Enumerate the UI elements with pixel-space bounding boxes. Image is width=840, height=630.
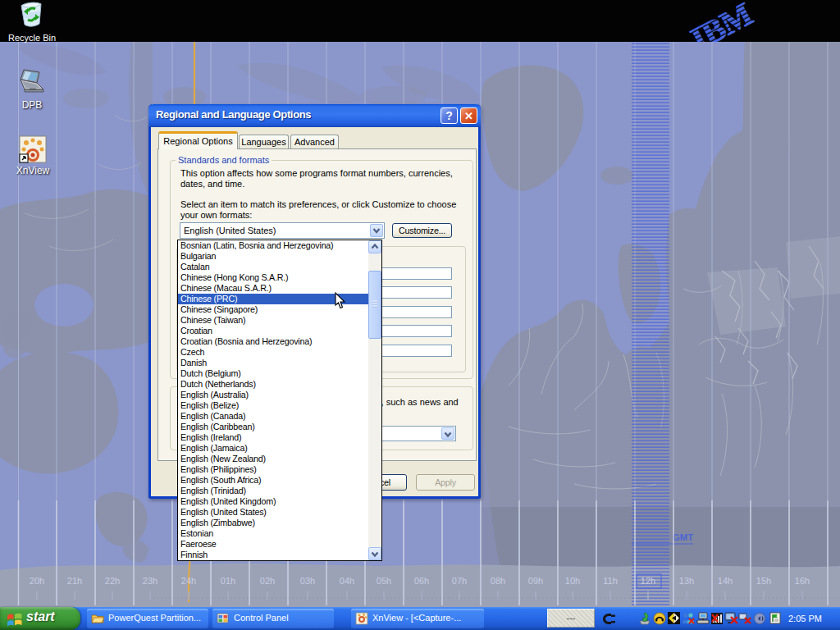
- svg-text:11h: 11h: [603, 576, 618, 586]
- svg-text:13h: 13h: [679, 576, 694, 586]
- svg-text:21h: 21h: [67, 576, 82, 586]
- svg-text:22h: 22h: [105, 576, 120, 586]
- svg-text:10h: 10h: [565, 576, 580, 586]
- svg-text:03h: 03h: [300, 576, 315, 586]
- svg-text:09h: 09h: [528, 576, 543, 586]
- svg-text:04h: 04h: [340, 576, 354, 586]
- svg-text:08h: 08h: [491, 576, 505, 586]
- svg-text:07h: 07h: [452, 576, 467, 586]
- svg-text:20h: 20h: [30, 576, 44, 586]
- svg-text:24h: 24h: [181, 576, 196, 586]
- svg-text:16h: 16h: [795, 576, 810, 586]
- svg-text:12h: 12h: [641, 576, 655, 586]
- svg-text:01h: 01h: [221, 576, 235, 586]
- svg-text:06h: 06h: [414, 576, 429, 586]
- svg-text:15h: 15h: [756, 576, 771, 586]
- svg-text:02h: 02h: [260, 576, 275, 586]
- svg-text:14h: 14h: [718, 576, 733, 586]
- svg-text:05h: 05h: [377, 576, 391, 586]
- svg-text:GMT: GMT: [673, 532, 693, 542]
- svg-text:23h: 23h: [143, 576, 158, 586]
